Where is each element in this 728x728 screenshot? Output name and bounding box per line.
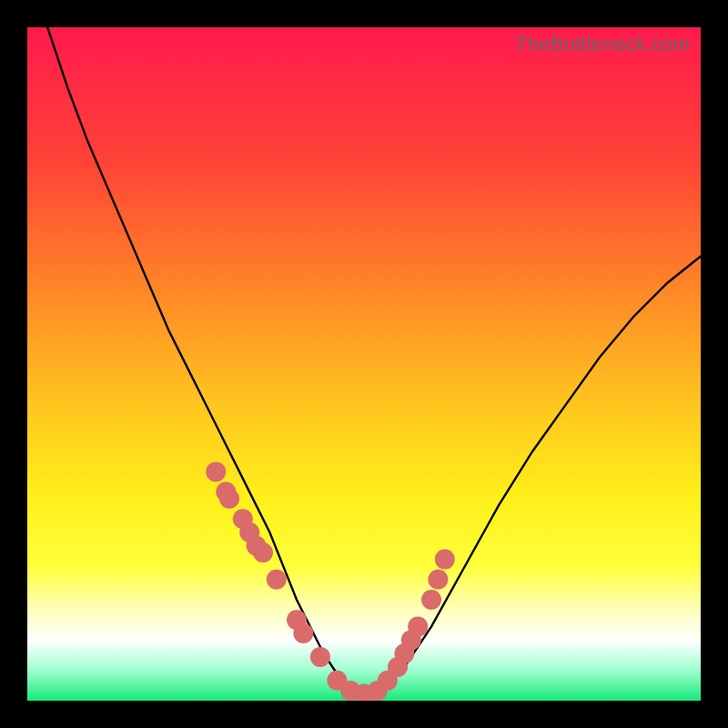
- sample-dot: [408, 617, 428, 637]
- sample-dot: [253, 542, 273, 562]
- sample-dot: [206, 461, 226, 481]
- sample-dot: [428, 570, 448, 590]
- sample-dot: [267, 570, 287, 590]
- bottleneck-curve: [47, 27, 701, 694]
- sample-dot: [219, 489, 239, 509]
- sample-dot: [310, 647, 330, 667]
- plot-area: TheBottleneck.com: [27, 27, 701, 701]
- curve-layer: [27, 27, 701, 701]
- sample-dot: [421, 590, 441, 610]
- sample-dot: [293, 623, 313, 643]
- chart-frame: TheBottleneck.com: [0, 0, 728, 728]
- watermark: TheBottleneck.com: [515, 33, 690, 56]
- sample-dot: [435, 550, 455, 570]
